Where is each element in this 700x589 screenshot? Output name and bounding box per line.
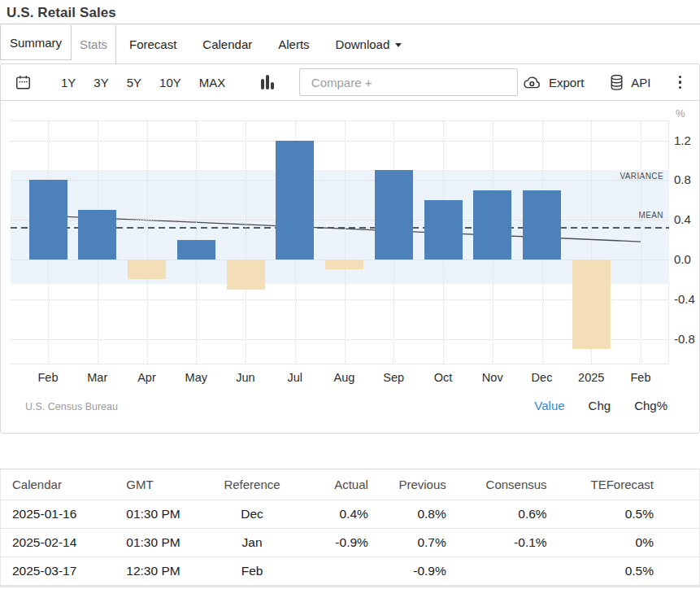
h-gridline	[11, 299, 669, 300]
x-label-8-oct: Oct	[415, 371, 472, 384]
cell-calendar: 2025-03-17	[1, 557, 115, 586]
cell-consensus: 0.6%	[452, 500, 553, 529]
range-10y[interactable]: 10Y	[159, 76, 181, 89]
bar-0-feb[interactable]	[29, 180, 67, 260]
tab-forecast[interactable]: Forecast	[116, 25, 189, 63]
x-label-3-may: May	[167, 371, 224, 384]
x-label-0-feb: Feb	[20, 371, 76, 384]
bar-8-oct[interactable]	[424, 200, 463, 260]
cell-previous: 0.8%	[374, 500, 452, 529]
mode-link-chgpct[interactable]: Chg%	[634, 399, 667, 412]
h-gridline	[11, 141, 669, 142]
range-max[interactable]: MAX	[199, 76, 226, 89]
plot-area: VARIANCE MEAN	[11, 120, 669, 364]
cell-actual: 0.4%	[297, 500, 374, 529]
v-gridline	[641, 120, 641, 364]
bar-6-aug[interactable]	[325, 260, 363, 269]
tab-label: Summary	[10, 36, 62, 50]
bottom-divider	[0, 585, 700, 587]
source-attribution: U.S. Census Bureau	[25, 401, 118, 412]
cell-reference: Dec	[207, 500, 297, 529]
v-gridline	[246, 120, 246, 364]
cell-teforecast: 0.5%	[553, 500, 700, 529]
tabs-bar: SummaryStatsForecastCalendarAlertsDownlo…	[0, 25, 700, 63]
x-label-9-nov: Nov	[464, 371, 521, 384]
column-header-calendar: Calendar	[1, 469, 115, 500]
export-button[interactable]: Export	[522, 74, 584, 90]
cell-consensus: -0.1%	[452, 529, 553, 557]
bar-5-jul[interactable]	[276, 141, 314, 260]
bar-2-apr[interactable]	[128, 260, 166, 279]
tab-label: Alerts	[278, 37, 309, 51]
export-label: Export	[549, 76, 584, 89]
tab-label: Download	[336, 37, 390, 51]
bar-chart-icon[interactable]	[261, 75, 274, 89]
column-header-previous: Previous	[374, 469, 452, 500]
table-row-2: 2025-03-1712:30 PMFeb-0.9%0.5%	[1, 557, 700, 586]
kebab-menu-icon[interactable]	[676, 72, 685, 93]
v-gridline	[147, 120, 148, 364]
chart-footer: U.S. Census Bureau ValueChgChg%	[1, 399, 700, 417]
cell-calendar: 2025-01-16	[1, 500, 115, 529]
title-bar: U.S. Retail Sales	[0, 0, 700, 24]
compare-input[interactable]	[299, 68, 518, 96]
h-gridline	[11, 120, 669, 121]
x-label-6-aug: Aug	[316, 371, 373, 384]
y-tick--0.8: -0.8	[674, 332, 700, 346]
calendar-button[interactable]	[15, 75, 31, 90]
cell-consensus	[452, 557, 553, 586]
table-row-1: 2025-02-1401:30 PMJan-0.9%0.7%-0.1%0%	[1, 529, 700, 557]
column-header-teforecast: TEForecast	[553, 469, 700, 500]
y-axis-unit: %	[676, 107, 685, 120]
cell-gmt: 12:30 PM	[114, 557, 207, 586]
bar-1-mar[interactable]	[78, 210, 116, 260]
tab-label: Forecast	[129, 37, 176, 51]
bar-9-nov[interactable]	[473, 190, 511, 260]
chart-toolbar: 1Y3Y5Y10YMAX Export	[1, 64, 699, 101]
cell-actual: -0.9%	[297, 529, 374, 557]
range-5y[interactable]: 5Y	[127, 76, 141, 89]
x-label-5-jul: Jul	[267, 371, 324, 384]
caret-down-icon	[395, 43, 402, 47]
range-1y[interactable]: 1Y	[61, 76, 76, 89]
tab-stats[interactable]: Stats	[72, 25, 116, 63]
tab-alerts[interactable]: Alerts	[265, 25, 322, 63]
y-tick--0.4: -0.4	[674, 292, 700, 306]
cell-reference: Feb	[207, 557, 297, 586]
cell-calendar: 2025-02-14	[1, 529, 115, 557]
bar-10-dec[interactable]	[523, 190, 561, 260]
api-button[interactable]: API	[609, 74, 650, 91]
h-gridline	[11, 364, 669, 364]
retail-sales-page: U.S. Retail Sales SummaryStatsForecastCa…	[0, 0, 700, 589]
y-tick-0.8: 0.8	[674, 172, 700, 186]
cell-gmt: 01:30 PM	[114, 529, 207, 557]
api-database-icon	[609, 74, 624, 91]
bar-3-may[interactable]	[177, 240, 215, 260]
date-range-buttons: 1Y3Y5Y10YMAX	[61, 76, 225, 89]
cell-gmt: 01:30 PM	[114, 500, 207, 529]
mean-label: MEAN	[639, 211, 664, 220]
chart-card: 1Y3Y5Y10YMAX Export	[0, 63, 700, 434]
y-tick-0.0: 0.0	[674, 252, 700, 266]
column-header-reference: Reference	[207, 469, 297, 500]
cell-reference: Jan	[207, 529, 297, 557]
series-mode-links: ValueChgChg%	[534, 399, 667, 412]
column-header-gmt: GMT	[114, 469, 207, 500]
bar-11-2025[interactable]	[572, 260, 611, 349]
chart-area: VARIANCE MEAN % 1.20.80.40.0-0.4-0.8 Feb…	[1, 101, 699, 434]
mode-link-chg[interactable]: Chg	[589, 399, 611, 412]
cell-previous: -0.9%	[374, 557, 452, 586]
range-3y[interactable]: 3Y	[93, 76, 108, 89]
tab-download[interactable]: Download	[323, 25, 415, 63]
h-gridline	[11, 180, 669, 181]
tab-summary[interactable]: Summary	[0, 25, 72, 60]
bar-7-sep[interactable]	[375, 170, 413, 260]
v-gridline	[345, 120, 346, 364]
tab-calendar[interactable]: Calendar	[189, 25, 265, 63]
y-tick-0.4: 0.4	[674, 212, 700, 226]
x-label-1-mar: Mar	[69, 371, 126, 384]
bar-4-jun[interactable]	[227, 260, 265, 290]
api-label: API	[631, 76, 650, 89]
mode-link-value[interactable]: Value	[534, 399, 564, 412]
x-label-2-apr: Apr	[119, 371, 176, 384]
